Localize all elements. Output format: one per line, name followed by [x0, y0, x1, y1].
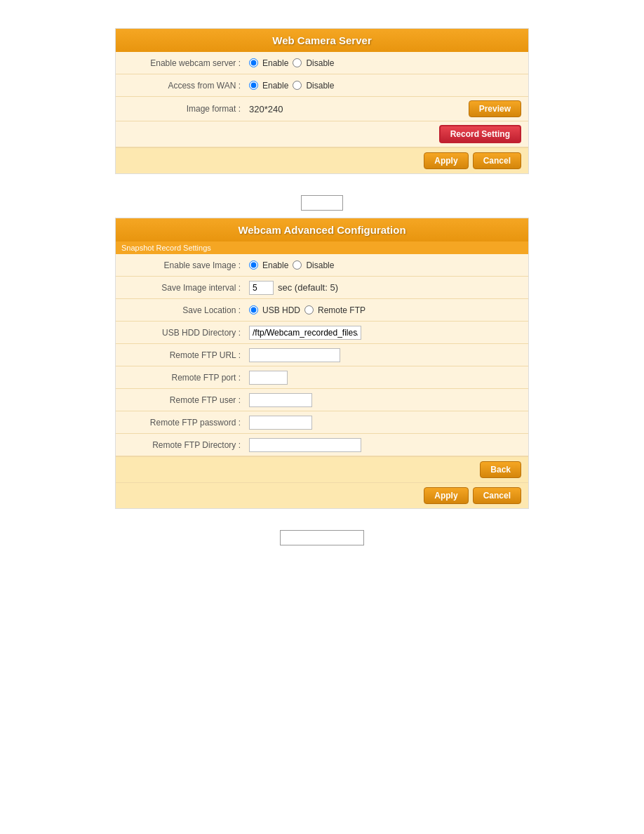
section2-title: Webcam Advanced Configuration [116, 218, 528, 241]
enable-webcam-disable-label: Disable [306, 58, 334, 68]
enable-save-image-control: Enable Disable [249, 260, 521, 270]
remote-ftp-user-control [249, 393, 521, 407]
enable-webcam-radio-enable[interactable] [249, 58, 258, 67]
access-wan-radio-disable[interactable] [293, 81, 302, 90]
access-wan-radio-group: Enable Disable [249, 81, 334, 91]
usb-hdd-dir-label: USB HDD Directory : [123, 328, 249, 338]
remote-ftp-port-input[interactable] [249, 371, 288, 385]
section1-action-row: Apply Cancel [116, 147, 528, 173]
save-location-ftp-label: Remote FTP [318, 305, 365, 315]
web-camera-server-section: Web Camera Server Enable webcam server :… [115, 28, 529, 174]
enable-webcam-radio-disable[interactable] [293, 58, 302, 67]
image-format-row: Image format : 320*240 Preview [116, 97, 528, 121]
access-wan-enable-label: Enable [262, 81, 288, 91]
save-location-row: Save Location : USB HDD Remote FTP [116, 299, 528, 322]
save-location-ftp-radio[interactable] [304, 305, 314, 315]
empty-box-2 [280, 530, 364, 545]
remote-ftp-dir-control [249, 438, 521, 452]
remote-ftp-password-control [249, 416, 521, 430]
image-format-label: Image format : [123, 104, 249, 114]
remote-ftp-user-input[interactable] [249, 393, 312, 407]
remote-ftp-port-row: Remote FTP port : [116, 366, 528, 389]
remote-ftp-dir-row: Remote FTP Directory : [116, 434, 528, 456]
enable-webcam-control: Enable Disable [249, 58, 521, 68]
remote-ftp-url-label: Remote FTP URL : [123, 350, 249, 360]
image-format-value: 320*240 [249, 104, 283, 114]
save-image-interval-input[interactable] [249, 281, 274, 295]
enable-webcam-radio-group: Enable Disable [249, 58, 334, 68]
enable-webcam-enable-label: Enable [262, 58, 288, 68]
back-button[interactable]: Back [480, 461, 521, 478]
section2-apply-button[interactable]: Apply [424, 487, 468, 504]
save-image-interval-label: Save Image interval : [123, 283, 249, 293]
save-image-interval-control: sec (default: 5) [249, 281, 521, 295]
preview-button[interactable]: Preview [469, 100, 521, 117]
remote-ftp-url-control [249, 348, 521, 362]
enable-save-image-radio-group: Enable Disable [249, 260, 334, 270]
save-location-label: Save Location : [123, 305, 249, 315]
usb-hdd-dir-row: USB HDD Directory : [116, 322, 528, 344]
save-location-usb-radio[interactable] [249, 305, 258, 315]
enable-save-image-label: Enable save Image : [123, 260, 249, 270]
access-wan-control: Enable Disable [249, 81, 521, 91]
save-image-disable-label: Disable [306, 260, 334, 270]
access-wan-disable-label: Disable [306, 81, 334, 91]
remote-ftp-port-control [249, 371, 521, 385]
save-image-radio-enable[interactable] [249, 260, 258, 270]
save-image-radio-disable[interactable] [293, 260, 302, 270]
record-setting-button[interactable]: Record Setting [439, 125, 521, 143]
snapshot-record-subheader: Snapshot Record Settings [116, 241, 528, 254]
remote-ftp-port-label: Remote FTP port : [123, 373, 249, 383]
remote-ftp-password-label: Remote FTP password : [123, 418, 249, 428]
enable-webcam-label: Enable webcam server : [123, 58, 249, 68]
enable-webcam-row: Enable webcam server : Enable Disable [116, 52, 528, 74]
remote-ftp-password-row: Remote FTP password : [116, 411, 528, 434]
remote-ftp-user-label: Remote FTP user : [123, 395, 249, 405]
back-row: Back [116, 456, 528, 482]
image-format-control: 320*240 Preview [249, 100, 521, 117]
section2-cancel-button[interactable]: Cancel [473, 487, 521, 504]
usb-hdd-dir-control [249, 326, 521, 340]
remote-ftp-user-row: Remote FTP user : [116, 389, 528, 411]
save-image-enable-label: Enable [262, 260, 288, 270]
save-location-usb-label: USB HDD [262, 305, 300, 315]
record-setting-row: Record Setting [116, 121, 528, 147]
access-wan-label: Access from WAN : [123, 81, 249, 91]
save-location-radio-group: USB HDD Remote FTP [249, 305, 365, 315]
save-location-control: USB HDD Remote FTP [249, 305, 521, 315]
section1-apply-button[interactable]: Apply [424, 152, 468, 169]
section1-title: Web Camera Server [116, 29, 528, 52]
remote-ftp-dir-label: Remote FTP Directory : [123, 440, 249, 450]
remote-ftp-url-input[interactable] [249, 348, 340, 362]
enable-save-image-row: Enable save Image : Enable Disable [116, 254, 528, 277]
section1-cancel-button[interactable]: Cancel [473, 152, 521, 169]
section2-action-row: Apply Cancel [116, 482, 528, 508]
save-image-interval-row: Save Image interval : sec (default: 5) [116, 277, 528, 299]
webcam-advanced-section: Webcam Advanced Configuration Snapshot R… [115, 218, 529, 509]
access-wan-row: Access from WAN : Enable Disable [116, 74, 528, 97]
interval-hint: sec (default: 5) [278, 282, 338, 293]
remote-ftp-password-input[interactable] [249, 416, 312, 430]
remote-ftp-dir-input[interactable] [249, 438, 361, 452]
access-wan-radio-enable[interactable] [249, 81, 258, 90]
remote-ftp-url-row: Remote FTP URL : [116, 344, 528, 366]
usb-hdd-dir-input[interactable] [249, 326, 361, 340]
empty-box-1 [301, 195, 343, 211]
